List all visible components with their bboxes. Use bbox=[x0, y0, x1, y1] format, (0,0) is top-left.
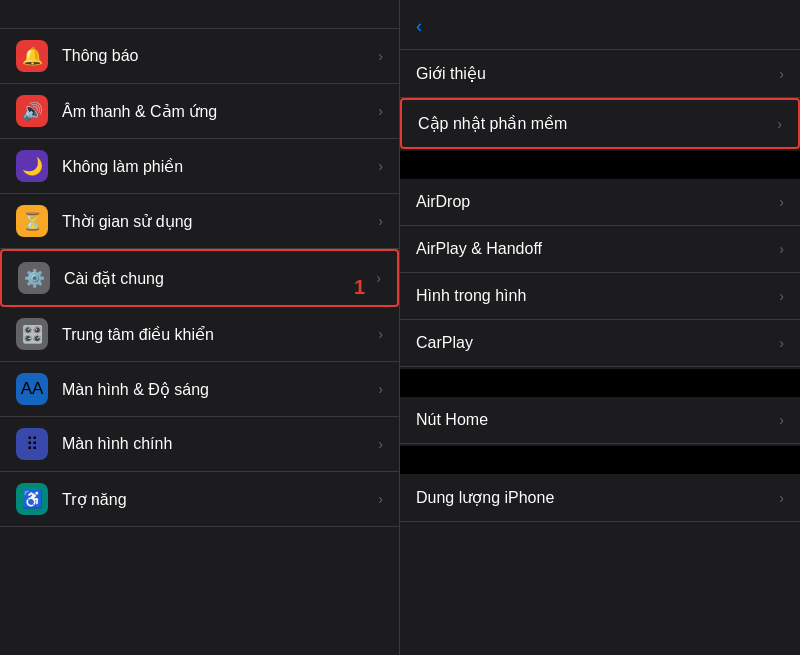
right-chevron-icon-airplay: › bbox=[779, 241, 784, 257]
settings-item-label-accessibility: Trợ năng bbox=[62, 490, 378, 509]
chevron-icon-display: › bbox=[378, 381, 383, 397]
right-item-label-storage: Dung lượng iPhone bbox=[416, 488, 779, 507]
right-section-1: AirDrop›AirPlay & Handoff›Hình trong hìn… bbox=[400, 179, 800, 367]
right-section-2: Nút Home› bbox=[400, 397, 800, 444]
chevron-icon-general: › bbox=[376, 270, 381, 286]
right-item-label-home-button: Nút Home bbox=[416, 411, 779, 429]
right-header: ‹ bbox=[400, 0, 800, 50]
chevron-icon-sounds: › bbox=[378, 103, 383, 119]
right-section-0: Giới thiệu›Cập nhật phần mềm› bbox=[400, 50, 800, 149]
settings-item-label-dnd: Không làm phiền bbox=[62, 157, 378, 176]
general-icon: ⚙️ bbox=[18, 262, 50, 294]
right-chevron-icon-home-button: › bbox=[779, 412, 784, 428]
settings-item-display[interactable]: AAMàn hình & Độ sáng› bbox=[0, 362, 399, 417]
right-item-about[interactable]: Giới thiệu› bbox=[400, 50, 800, 98]
chevron-icon-homescreen: › bbox=[378, 436, 383, 452]
display-icon: AA bbox=[16, 373, 48, 405]
right-item-pip[interactable]: Hình trong hình› bbox=[400, 273, 800, 320]
settings-item-control[interactable]: 🎛️Trung tâm điều khiển› bbox=[0, 307, 399, 362]
chevron-icon-accessibility: › bbox=[378, 491, 383, 507]
right-chevron-icon-about: › bbox=[779, 66, 784, 82]
right-item-label-carplay: CarPlay bbox=[416, 334, 779, 352]
settings-item-general[interactable]: ⚙️Cài đặt chung›1 bbox=[0, 249, 399, 307]
right-chevron-icon-software-update: › bbox=[777, 116, 782, 132]
accessibility-icon: ♿ bbox=[16, 483, 48, 515]
right-chevron-icon-airdrop: › bbox=[779, 194, 784, 210]
settings-item-label-control: Trung tâm điều khiển bbox=[62, 325, 378, 344]
right-item-home-button[interactable]: Nút Home› bbox=[400, 397, 800, 444]
settings-item-label-notifications: Thông báo bbox=[62, 47, 378, 65]
right-chevron-icon-storage: › bbox=[779, 490, 784, 506]
chevron-icon-control: › bbox=[378, 326, 383, 342]
right-item-label-software-update: Cập nhật phần mềm bbox=[418, 114, 777, 133]
settings-item-accessibility[interactable]: ♿Trợ năng› bbox=[0, 472, 399, 527]
right-item-carplay[interactable]: CarPlay› bbox=[400, 320, 800, 367]
control-icon: 🎛️ bbox=[16, 318, 48, 350]
sounds-icon: 🔊 bbox=[16, 95, 48, 127]
right-item-label-pip: Hình trong hình bbox=[416, 287, 779, 305]
settings-item-homescreen[interactable]: ⠿Màn hình chính› bbox=[0, 417, 399, 472]
left-panel: 🔔Thông báo›🔊Âm thanh & Cảm ứng›🌙Không là… bbox=[0, 0, 400, 655]
settings-item-sounds[interactable]: 🔊Âm thanh & Cảm ứng› bbox=[0, 84, 399, 139]
settings-item-label-display: Màn hình & Độ sáng bbox=[62, 380, 378, 399]
homescreen-icon: ⠿ bbox=[16, 428, 48, 460]
settings-item-label-sounds: Âm thanh & Cảm ứng bbox=[62, 102, 378, 121]
right-chevron-icon-carplay: › bbox=[779, 335, 784, 351]
dnd-icon: 🌙 bbox=[16, 150, 48, 182]
right-item-label-airdrop: AirDrop bbox=[416, 193, 779, 211]
right-item-airdrop[interactable]: AirDrop› bbox=[400, 179, 800, 226]
chevron-icon-notifications: › bbox=[378, 48, 383, 64]
right-panel: ‹ Giới thiệu›Cập nhật phần mềm›AirDrop›A… bbox=[400, 0, 800, 655]
notifications-icon: 🔔 bbox=[16, 40, 48, 72]
badge-1: 1 bbox=[354, 276, 365, 299]
back-chevron-icon: ‹ bbox=[416, 16, 422, 37]
settings-item-dnd[interactable]: 🌙Không làm phiền› bbox=[0, 139, 399, 194]
settings-item-screentime[interactable]: ⏳Thời gian sử dụng› bbox=[0, 194, 399, 249]
settings-item-label-general: Cài đặt chung bbox=[64, 269, 376, 288]
section-gap-2 bbox=[400, 446, 800, 474]
settings-item-notifications[interactable]: 🔔Thông báo› bbox=[0, 29, 399, 84]
right-item-storage[interactable]: Dung lượng iPhone› bbox=[400, 474, 800, 522]
right-list: Giới thiệu›Cập nhật phần mềm›AirDrop›Air… bbox=[400, 50, 800, 655]
back-button[interactable]: ‹ bbox=[416, 16, 424, 37]
screentime-icon: ⏳ bbox=[16, 205, 48, 237]
left-title bbox=[0, 0, 399, 29]
settings-item-label-screentime: Thời gian sử dụng bbox=[62, 212, 378, 231]
right-item-label-airplay: AirPlay & Handoff bbox=[416, 240, 779, 258]
chevron-icon-screentime: › bbox=[378, 213, 383, 229]
chevron-icon-dnd: › bbox=[378, 158, 383, 174]
right-chevron-icon-pip: › bbox=[779, 288, 784, 304]
right-section-3: Dung lượng iPhone› bbox=[400, 474, 800, 522]
settings-list: 🔔Thông báo›🔊Âm thanh & Cảm ứng›🌙Không là… bbox=[0, 29, 399, 655]
right-item-software-update[interactable]: Cập nhật phần mềm› bbox=[400, 98, 800, 149]
section-gap-1 bbox=[400, 369, 800, 397]
right-item-airplay[interactable]: AirPlay & Handoff› bbox=[400, 226, 800, 273]
right-item-label-about: Giới thiệu bbox=[416, 64, 779, 83]
section-gap-0 bbox=[400, 151, 800, 179]
settings-item-label-homescreen: Màn hình chính bbox=[62, 435, 378, 453]
